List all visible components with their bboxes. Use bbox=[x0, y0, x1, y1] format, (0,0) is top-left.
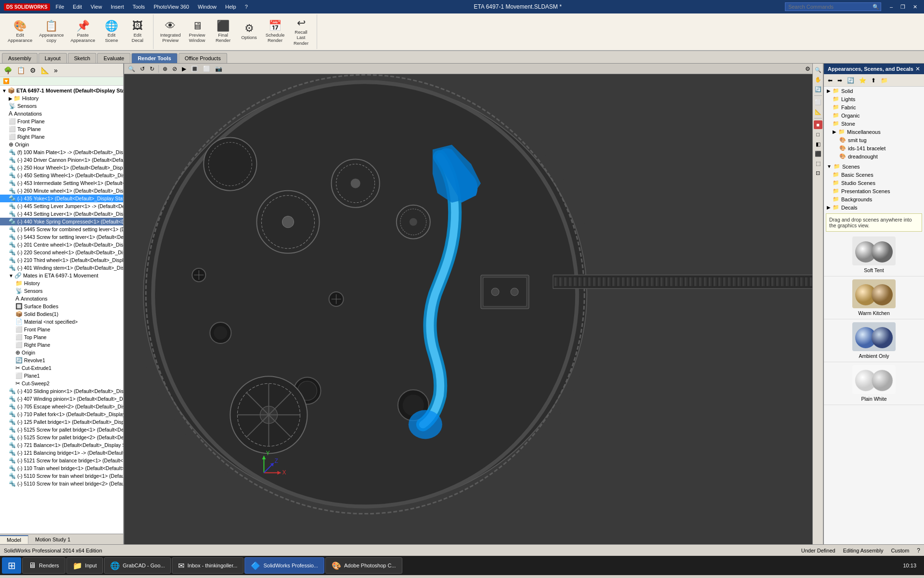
tree-root[interactable]: ▼ 📦 ETA 6497-1 Movement (Default<Display… bbox=[0, 87, 123, 94]
feature-tree-icon[interactable]: 🌳 bbox=[2, 66, 14, 75]
taskbar-inbox[interactable]: ✉ Inbox - thinkingoller... bbox=[172, 557, 244, 574]
rotate-left-button[interactable]: ↺ bbox=[138, 65, 147, 73]
view-settings-button[interactable]: ⬜ bbox=[201, 65, 212, 73]
tree-subitem-solid-bodies[interactable]: 📦 Solid Bodies(1) bbox=[0, 310, 123, 318]
tree-subitem-sensors[interactable]: 📡 Sensors bbox=[0, 287, 123, 295]
tree-item-history[interactable]: ▶ 📁 History bbox=[0, 94, 123, 102]
tree-item-5110b[interactable]: 🔩 (-) 5110 Screw for train wheel bridge<… bbox=[0, 480, 123, 487]
tree-subitem-origin[interactable]: ⊕ Origin bbox=[0, 349, 123, 356]
tree-item-410[interactable]: 🔩 (-) 410 Sliding pinion<1> (Default<Def… bbox=[0, 387, 123, 395]
tree-item-sensors[interactable]: 📡 Sensors bbox=[0, 102, 123, 110]
tree-item-right-plane[interactable]: ⬜ Right Plane bbox=[0, 133, 123, 141]
tree-item-mates[interactable]: ▼ 🔗 Mates in ETA 6497-1 Movement bbox=[0, 272, 123, 279]
tree-item-5125a[interactable]: 🔩 (-) 5125 Screw for pallet bridge<1> (D… bbox=[0, 426, 123, 434]
menu-edit[interactable]: Edit bbox=[70, 3, 85, 11]
side-pan-button[interactable]: ✋ bbox=[814, 75, 822, 84]
minimize-button[interactable]: – bbox=[887, 3, 896, 11]
nav-forward-button[interactable]: ➡ bbox=[835, 76, 844, 85]
taskbar-input[interactable]: 📁 Input bbox=[66, 557, 103, 574]
paste-appearance-button[interactable]: 📌 PasteAppearance bbox=[67, 19, 98, 45]
tree-item-201[interactable]: 🔩 (-) 201 Centre wheel<1> (Default<Defau… bbox=[0, 241, 123, 249]
tree-subitem-cut-extrude1[interactable]: ✂ Cut-Extrude1 bbox=[0, 364, 123, 372]
tree-smit-tug[interactable]: 🎨 smit tug bbox=[824, 136, 924, 144]
integrated-preview-button[interactable]: 👁 IntegratedPreview bbox=[157, 19, 184, 45]
menu-file[interactable]: File bbox=[53, 3, 67, 11]
tree-ids-bracelet[interactable]: 🎨 ids-141 bracelet bbox=[824, 144, 924, 152]
tree-organic[interactable]: 📁 Organic bbox=[824, 111, 924, 119]
final-render-button[interactable]: ⬛ FinalRender bbox=[211, 19, 236, 45]
viewport-options-button[interactable]: ⚙ bbox=[805, 66, 810, 72]
tab-evaluate[interactable]: Evaluate bbox=[97, 53, 130, 63]
hide-show-button[interactable]: 🔳 bbox=[189, 65, 200, 73]
display-style-button[interactable]: ⊘ bbox=[170, 65, 179, 73]
tree-subitem-plane1[interactable]: ⬜ Plane1 bbox=[0, 372, 123, 380]
tree-subitem-surface-bodies[interactable]: 🔲 Surface Bodies bbox=[0, 302, 123, 310]
tree-item-440-yoke-spring[interactable]: 🔩 (-) 440 Yoke Spring Compressed<1> (Def… bbox=[0, 218, 123, 225]
render-mode-3-button[interactable]: ◧ bbox=[814, 140, 822, 148]
tree-subitem-revolve1[interactable]: 🔄 Revolve1 bbox=[0, 356, 123, 364]
tree-item-710[interactable]: 🔩 (-) 710 Pallet fork<1> (Default<Defaul… bbox=[0, 410, 123, 418]
tree-item-260[interactable]: 🔩 (-) 260 Minute wheel<1> (Default<Defau… bbox=[0, 187, 123, 195]
config-manager-icon[interactable]: ⚙ bbox=[28, 66, 38, 75]
tree-item-220[interactable]: 🔩 (-) 220 Second wheel<1> (Default<Defau… bbox=[0, 249, 123, 256]
scene-card-plain-white[interactable]: Plain White bbox=[824, 362, 924, 405]
side-perspective-button[interactable]: 📐 bbox=[814, 107, 822, 116]
tab-model[interactable]: Model bbox=[0, 535, 28, 544]
tree-item-5125b[interactable]: 🔩 (-) 5125 Screw for pallet bridge<2> (D… bbox=[0, 434, 123, 441]
tree-item-443[interactable]: 🔩 (-) 443 Setting Lever<1> (Default<Defa… bbox=[0, 210, 123, 218]
tree-fabric[interactable]: 📁 Fabric bbox=[824, 103, 924, 111]
menu-help[interactable]: Help bbox=[222, 3, 239, 11]
open-folder-button[interactable]: 📁 bbox=[879, 76, 890, 85]
tree-item-121[interactable]: 🔩 (-) 121 Balancing bridge<1> -> (Defaul… bbox=[0, 449, 123, 457]
tab-office-products[interactable]: Office Products bbox=[179, 53, 227, 63]
panel-close-button[interactable]: ✕ bbox=[915, 66, 920, 72]
tree-basic-scenes[interactable]: 📁 Basic Scenes bbox=[824, 171, 924, 179]
schedule-render-button[interactable]: 📅 ScheduleRender bbox=[263, 19, 288, 45]
tree-subitem-top-plane[interactable]: ⬜ Top Plane bbox=[0, 333, 123, 341]
menu-view[interactable]: View bbox=[88, 3, 105, 11]
tree-studio-scenes[interactable]: 📁 Studio Scenes bbox=[824, 179, 924, 187]
tree-decals[interactable]: ▶ 📁 Decals bbox=[824, 203, 924, 211]
tree-subitem-history[interactable]: 📁 History bbox=[0, 279, 123, 287]
scene-card-soft-tent[interactable]: Soft Tent bbox=[824, 234, 924, 276]
tree-lights[interactable]: 📁 Lights bbox=[824, 95, 924, 103]
dim-expert-icon[interactable]: 📐 bbox=[39, 66, 51, 75]
render-mode-2-button[interactable]: □ bbox=[814, 130, 822, 139]
favorites-button[interactable]: ⭐ bbox=[857, 76, 868, 85]
tree-subitem-cut-sweep2[interactable]: ✂ Cut-Sweep2 bbox=[0, 380, 123, 387]
tab-assembly[interactable]: Assembly bbox=[2, 53, 38, 63]
tree-item-125[interactable]: 🔩 (-) 125 Pallet bridge<1> (Default<Defa… bbox=[0, 418, 123, 426]
tree-item-450[interactable]: 🔩 (-) 450 Setting Wheel<1> (Default<Defa… bbox=[0, 171, 123, 179]
recall-last-render-button[interactable]: ↩ RecallLastRender bbox=[289, 16, 314, 48]
scene-card-warm-kitchen[interactable]: Warm Kitchen bbox=[824, 276, 924, 319]
tree-item-721[interactable]: 🔩 (-) 721 Balance<1> (Default<Default>_D… bbox=[0, 441, 123, 449]
scene-card-ambient-only[interactable]: Ambient Only bbox=[824, 319, 924, 362]
tree-subitem-front-plane[interactable]: ⬜ Front Plane bbox=[0, 326, 123, 333]
side-normal-view-button[interactable]: ⬜ bbox=[814, 98, 822, 106]
tree-item-annotations[interactable]: A Annotations bbox=[0, 110, 123, 118]
taskbar-photoshop[interactable]: 🎨 Adobe Photoshop C... bbox=[325, 557, 402, 574]
zoom-to-fit-button[interactable]: 🔍 bbox=[126, 65, 137, 73]
help-icon[interactable]: ? bbox=[242, 3, 251, 11]
tree-item-5445[interactable]: 🔩 (-) 5445 Screw for combined setting le… bbox=[0, 225, 123, 233]
tab-render-tools[interactable]: Render Tools bbox=[131, 53, 177, 63]
tree-backgrounds[interactable]: 📁 Backgrounds bbox=[824, 195, 924, 203]
camera-button[interactable]: 📷 bbox=[213, 65, 224, 73]
refresh-button[interactable]: 🔄 bbox=[845, 76, 856, 85]
tree-item-110[interactable]: 🔩 (-) 110 Train wheel bridge<1> (Default… bbox=[0, 464, 123, 472]
tree-item-main-plate[interactable]: 🔩 (f) 100 Main Plate<1> -> (Default<Defa… bbox=[0, 148, 123, 156]
menu-photoview[interactable]: PhotoView 360 bbox=[151, 3, 192, 11]
render-mode-6-button[interactable]: ⊡ bbox=[814, 169, 822, 177]
tree-solid[interactable]: ▶ 📁 Solid bbox=[824, 87, 924, 95]
property-manager-icon[interactable]: 📋 bbox=[15, 66, 27, 75]
view-orientation-button[interactable]: ▶ bbox=[180, 65, 188, 73]
tree-subitem-material[interactable]: 📄 Material <not specified> bbox=[0, 318, 123, 326]
tree-item-5121[interactable]: 🔩 (-) 5121 Screw for balance bridge<1> (… bbox=[0, 457, 123, 464]
tree-stone[interactable]: 📁 Stone bbox=[824, 119, 924, 128]
help-status-button[interactable]: ? bbox=[917, 547, 920, 554]
up-level-button[interactable]: ⬆ bbox=[869, 76, 878, 85]
menu-insert[interactable]: Insert bbox=[108, 3, 127, 11]
tree-subitem-right-plane[interactable]: ⬜ Right Plane bbox=[0, 341, 123, 349]
side-rotate-button[interactable]: 🔄 bbox=[814, 85, 822, 93]
tree-item-210[interactable]: 🔩 (-) 210 Third wheel<1> (Default<Defaul… bbox=[0, 256, 123, 264]
